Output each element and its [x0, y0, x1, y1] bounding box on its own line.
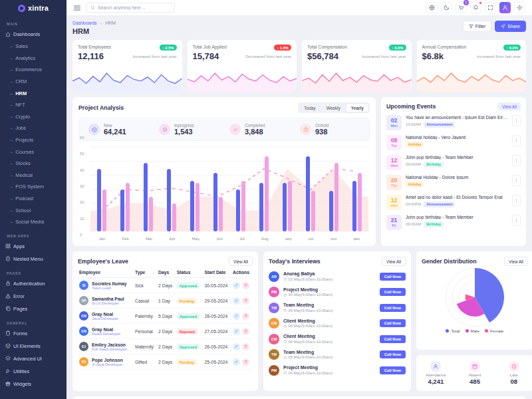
sidebar-item-advanced-ui[interactable]: Advanced UI [0, 352, 66, 365]
leave-table-row: SI Socrates Itumay Team Lead Sick 2 Days… [78, 278, 253, 293]
sidebar-item-dashboards[interactable]: Dashboards [0, 28, 66, 41]
sidebar-item-widgets[interactable]: Widgets [0, 378, 66, 390]
sidebar-item-projects[interactable]: –Projects [0, 134, 66, 146]
delete-button[interactable] [242, 328, 249, 335]
menu-toggle-icon[interactable] [73, 4, 81, 12]
x-axis-tick: Jul [239, 237, 245, 241]
call-now-button[interactable]: Call Now [380, 366, 406, 374]
range-tab-weekly[interactable]: Weekly [321, 103, 346, 112]
leave-start-date: 25-05-2024 [203, 354, 232, 370]
event-menu-button[interactable] [512, 175, 521, 186]
edit-button[interactable] [233, 328, 240, 335]
breadcrumb: Dashboards → HRM [72, 21, 116, 25]
call-now-button[interactable]: Call Now [380, 273, 406, 281]
edit-button[interactable] [233, 343, 240, 350]
delete-button[interactable] [242, 282, 249, 289]
sidebar-item-pos-system[interactable]: –POS System [0, 181, 66, 193]
leave-start-date: 28-05-2024 [203, 309, 232, 324]
sidebar-item-ecommerce[interactable]: –Ecommerce [0, 64, 66, 76]
delete-button[interactable] [242, 313, 249, 320]
sidebar-item-courses[interactable]: –Courses [0, 146, 66, 158]
brand-name: xintra [28, 4, 49, 12]
call-now-button[interactable]: Call Now [380, 319, 406, 327]
gender-view-all-button[interactable]: View All [504, 257, 528, 266]
leave-type: Gifted [134, 354, 157, 370]
settings-button[interactable] [514, 2, 525, 13]
dark-mode-button[interactable] [441, 2, 452, 13]
sidebar-item-error[interactable]: Error [0, 290, 66, 303]
range-tab-today[interactable]: Today [299, 103, 321, 112]
sidebar-item-utilities[interactable]: Utilities [0, 365, 66, 378]
user-avatar[interactable] [499, 2, 511, 13]
sidebar-item-ui-elements[interactable]: UI Elements [0, 340, 66, 352]
brand-logo[interactable]: xintra [0, 0, 66, 16]
sidebar-item-jobs[interactable]: –Jobs [0, 122, 66, 134]
chevron-down-icon [57, 257, 61, 261]
call-now-button[interactable]: Call Now [380, 288, 406, 296]
events-list: 02 Mon You have an announcement - Ipsum … [386, 115, 521, 230]
global-search[interactable] [86, 3, 175, 13]
sidebar-item-forms[interactable]: Forms [0, 327, 66, 340]
event-row: 12 Wed John pup birthday - Team Member 0… [386, 155, 521, 170]
notifications-button[interactable] [470, 2, 481, 13]
sidebar-item-authentication[interactable]: Authentication [0, 277, 66, 290]
call-now-button[interactable]: Call Now [380, 335, 406, 343]
delete-button[interactable] [242, 297, 249, 305]
events-view-all-button[interactable]: View All [498, 102, 521, 110]
event-menu-button[interactable] [512, 135, 521, 146]
sidebar-item-school[interactable]: –School [0, 204, 66, 216]
leave-table-row: PJ Pope Johnson Jr.Java Developer Gifted… [78, 354, 253, 370]
sidebar: xintra MAINDashboards–Sales–Analytics–Ec… [0, 0, 66, 399]
interview-time: 04 May(9.00am-10.00am) [283, 293, 376, 297]
fullscreen-button[interactable] [485, 2, 496, 13]
sidebar-item-pages[interactable]: Pages [0, 303, 66, 315]
edit-button[interactable] [233, 313, 240, 320]
search-input[interactable] [98, 5, 170, 10]
sidebar-item-crm[interactable]: –CRM [0, 76, 66, 88]
bar-group-dec [352, 148, 362, 231]
bar-group-oct [306, 148, 315, 231]
delete-button[interactable] [242, 343, 249, 350]
sidebar-item-medical[interactable]: –Medical [0, 170, 66, 182]
sidebar-item-apps[interactable]: Apps [0, 240, 66, 253]
interviews-view-all-button[interactable]: View All [382, 257, 406, 266]
clock-icon [283, 356, 287, 360]
sidebar-item-nft[interactable]: –NFT [0, 99, 66, 111]
sidebar-item-analytics[interactable]: –Analytics [0, 53, 66, 65]
edit-button[interactable] [233, 297, 240, 305]
edit-button[interactable] [233, 358, 240, 366]
chevron-down-icon [57, 294, 61, 298]
chevron-down-icon [57, 307, 61, 311]
breadcrumb-dashboards[interactable]: Dashboards [72, 21, 97, 25]
leave-days: 2 Days [157, 278, 176, 293]
share-button[interactable]: Share [495, 21, 526, 32]
event-menu-button[interactable] [512, 115, 521, 126]
edit-button[interactable] [233, 282, 240, 289]
y-axis-tick: 30 [80, 184, 84, 188]
sidebar-item-podcast[interactable]: –Podcast [0, 193, 66, 205]
cart-button[interactable]: 5 [456, 2, 467, 13]
project-stat: Completed 3,848 [224, 123, 295, 136]
sidebar-item-sales[interactable]: –Sales [0, 41, 66, 53]
employee-role: Team Lead [92, 286, 127, 290]
delete-button[interactable] [242, 358, 249, 366]
stat-note: Increased from last year [477, 54, 521, 59]
interview-row: PM Project Meeting 04 May(9.00am-10.00am… [269, 365, 406, 376]
event-menu-button[interactable] [512, 215, 521, 226]
range-tab-yearly[interactable]: Yearly [346, 103, 369, 112]
chevron-down-icon [57, 331, 61, 335]
sidebar-item-nested-menu[interactable]: Nested Menu [0, 253, 66, 265]
filter-button[interactable]: Filter [463, 21, 492, 32]
leave-view-all-button[interactable]: View All [229, 257, 253, 266]
sidebar-item-hrm[interactable]: –HRM [0, 87, 66, 99]
event-menu-button[interactable] [512, 155, 521, 166]
sidebar-item-crypto[interactable]: –Crypto [0, 111, 66, 123]
range-tabs: TodayWeeklyYearly [298, 102, 370, 113]
call-now-button[interactable]: Call Now [380, 304, 406, 312]
sidebar-item-social-media[interactable]: –Social Media [0, 216, 66, 228]
event-menu-button[interactable] [512, 195, 521, 206]
sidebar-item-stocks[interactable]: –Stocks [0, 158, 66, 170]
call-now-button[interactable]: Call Now [380, 350, 406, 358]
language-button[interactable] [426, 2, 438, 13]
leave-table-row: EJ Emiley Jackson Full Stack Developer M… [78, 339, 253, 354]
